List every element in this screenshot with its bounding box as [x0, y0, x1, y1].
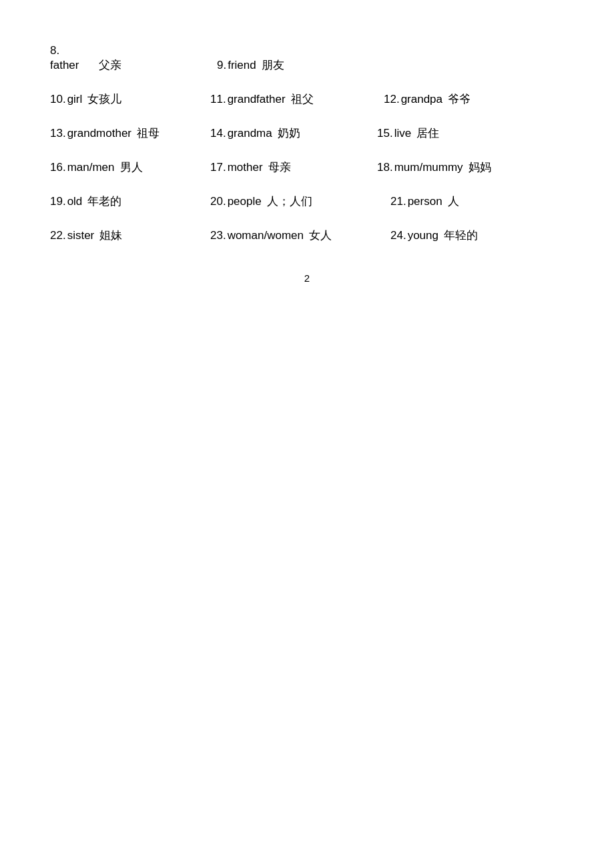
word-young: 24.young [390, 229, 438, 242]
entry-17: 17.mother 母亲 [210, 160, 377, 175]
chinese-live: 居住 [416, 126, 439, 141]
word-grandma: 14.grandma [210, 127, 272, 140]
chinese-grandma: 奶奶 [278, 126, 300, 141]
chinese-grandmother: 祖母 [137, 126, 160, 141]
chinese-sister: 姐妹 [99, 228, 122, 243]
entry-13: 13.grandmother 祖母 [50, 126, 210, 141]
entry-10: 10.girl 女孩儿 [50, 91, 210, 107]
chinese-grandfather: 祖父 [291, 91, 314, 107]
row-22-24: 22.sister 姐妹 23.woman/women 女人 24.young … [50, 218, 564, 252]
word-old: 19.old [50, 195, 82, 208]
chinese-old: 年老的 [87, 194, 121, 209]
word-grandmother: 13.grandmother [50, 127, 131, 140]
chinese-girl: 女孩儿 [87, 91, 121, 107]
row-10-12: 10.girl 女孩儿 11.grandfather 祖父 12.grandpa… [50, 82, 564, 116]
entry-9: 9.friend 朋友 [217, 57, 377, 73]
word-people: 20.people [210, 195, 262, 208]
chinese-people: 人；人们 [267, 194, 312, 209]
entry-22: 22.sister 姐妹 [50, 228, 210, 243]
word-grandfather: 11.grandfather [210, 93, 286, 106]
word-grandpa: 12.grandpa [384, 93, 442, 106]
word-friend: 9.friend [217, 59, 256, 72]
chinese-mummummy: 妈妈 [469, 160, 491, 175]
chinese-womanwomen: 女人 [309, 228, 332, 243]
entry-18: 18.mum/mummy 妈妈 [377, 160, 537, 175]
entry-8: 8. father 父亲 [50, 43, 210, 73]
page-number: 2 [50, 272, 564, 284]
chinese-friend: 朋友 [262, 57, 284, 73]
entry-11: 11.grandfather 祖父 [210, 91, 384, 107]
number-8: 8. [50, 43, 79, 58]
entry-23: 23.woman/women 女人 [210, 228, 390, 243]
page-container: 8. father 父亲 9.friend 朋友 10.girl 女孩儿 [0, 0, 614, 324]
entry-12: 12.grandpa 爷爷 [384, 91, 517, 107]
chinese-mother: 母亲 [268, 160, 291, 175]
word-mummummy: 18.mum/mummy [377, 161, 463, 174]
row-16-18: 16.man/men 男人 17.mother 母亲 18.mum/mummy … [50, 150, 564, 184]
entry-20: 20.people 人；人们 [210, 194, 390, 209]
word-manmen: 16.man/men [50, 161, 115, 174]
word-live: 15.live [377, 127, 411, 140]
chinese-father: 父亲 [99, 57, 121, 73]
entry-21: 21.person 人 [390, 194, 551, 209]
chinese-grandpa: 爷爷 [448, 91, 471, 107]
row-13-15: 13.grandmother 祖母 14.grandma 奶奶 15.live … [50, 116, 564, 150]
entry-15: 15.live 居住 [377, 126, 537, 141]
entry-24: 24.young 年轻的 [390, 228, 551, 243]
chinese-person: 人 [448, 194, 459, 209]
chinese-young: 年轻的 [444, 228, 478, 243]
word-sister: 22.sister [50, 229, 94, 242]
entry-19: 19.old 年老的 [50, 194, 210, 209]
chinese-manmen: 男人 [120, 160, 143, 175]
word-girl: 10.girl [50, 93, 82, 106]
entry-14: 14.grandma 奶奶 [210, 126, 377, 141]
word-person: 21.person [390, 195, 442, 208]
word-father: father [50, 58, 79, 73]
row-8-9: 8. father 父亲 9.friend 朋友 [50, 37, 564, 82]
word-womanwomen: 23.woman/women [210, 229, 304, 242]
entry-16: 16.man/men 男人 [50, 160, 210, 175]
word-mother: 17.mother [210, 161, 263, 174]
row-19-21: 19.old 年老的 20.people 人；人们 21.person 人 [50, 184, 564, 218]
vocabulary-grid: 8. father 父亲 9.friend 朋友 10.girl 女孩儿 [50, 37, 564, 252]
